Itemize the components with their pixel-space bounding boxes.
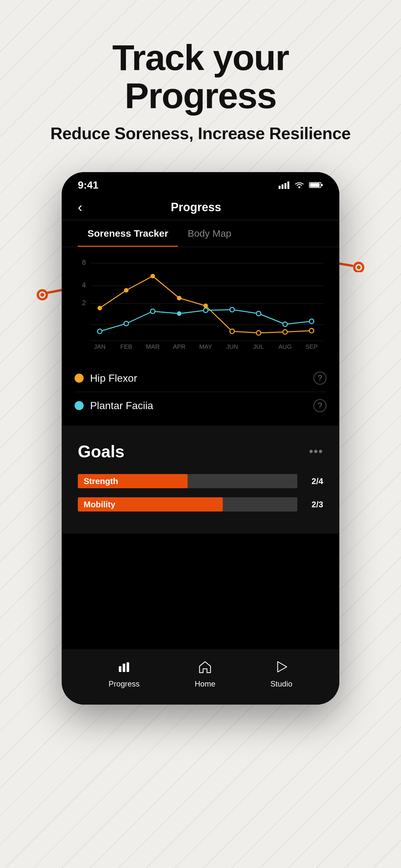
hip-flexor-dot-may <box>204 304 208 308</box>
svg-point-1 <box>40 293 44 297</box>
svg-rect-12 <box>310 183 320 187</box>
svg-text:FEB: FEB <box>120 343 132 350</box>
mobility-bar-container: Mobility <box>78 497 297 512</box>
chart-area: 8 4 2 JAN FEB MAR APR MAY JUN JUL AUG SE… <box>62 247 339 361</box>
svg-text:2: 2 <box>82 299 86 307</box>
svg-text:MAR: MAR <box>146 343 159 350</box>
bottom-tab-home[interactable]: Home <box>195 660 215 688</box>
svg-text:JAN: JAN <box>94 343 105 350</box>
tab-body-map[interactable]: Body Map <box>178 220 241 247</box>
studio-tab-icon <box>274 660 289 676</box>
goals-title: Goals <box>78 442 125 461</box>
plantar-dot-may <box>204 308 208 313</box>
svg-text:4: 4 <box>82 281 86 289</box>
goals-more-button[interactable]: ••• <box>309 445 323 458</box>
hero-title: Track your Progress <box>112 39 289 115</box>
svg-point-10 <box>298 186 300 188</box>
strength-label: Strength <box>84 476 118 486</box>
goals-section: Goals ••• Strength 2/4 M <box>62 426 339 533</box>
strength-fraction: 2/4 <box>304 476 323 486</box>
status-time: 9:41 <box>78 179 98 191</box>
hip-flexor-dot-jun <box>230 329 235 334</box>
svg-text:8: 8 <box>82 258 86 267</box>
svg-rect-33 <box>127 662 129 672</box>
progress-chart: 8 4 2 JAN FEB MAR APR MAY JUN JUL AUG SE… <box>71 253 330 350</box>
progress-tab-label: Progress <box>109 679 140 688</box>
page-content: Track your Progress Reduce Soreness, Inc… <box>0 0 401 705</box>
home-tab-icon <box>198 660 212 676</box>
svg-text:MAY: MAY <box>199 343 212 350</box>
goal-row-strength: Strength 2/4 <box>78 474 323 488</box>
back-button[interactable]: ‹ <box>78 200 82 214</box>
hip-flexor-dot-aug <box>283 330 287 334</box>
hip-flexor-dot-jul <box>256 331 261 335</box>
svg-text:SEP: SEP <box>305 343 318 350</box>
home-tab-label: Home <box>195 679 215 688</box>
plantar-dot-apr <box>177 311 181 316</box>
plantar-dot-sep <box>309 319 314 323</box>
legend-item-hip-flexor: Hip Flexor ? <box>74 365 327 392</box>
plantar-dot-jul <box>256 311 261 316</box>
tab-soreness-tracker[interactable]: Soreness Tracker <box>78 220 178 247</box>
tabs-row: Soreness Tracker Body Map <box>62 220 339 247</box>
status-icons-group <box>279 181 323 189</box>
progress-tab-icon <box>117 660 131 676</box>
svg-rect-9 <box>287 182 289 189</box>
mobility-label: Mobility <box>84 500 115 509</box>
svg-marker-34 <box>278 662 287 672</box>
bottom-tab-studio[interactable]: Studio <box>271 660 292 688</box>
svg-rect-7 <box>281 184 283 189</box>
nav-bar: ‹ Progress <box>62 195 339 220</box>
svg-rect-32 <box>123 663 125 672</box>
svg-rect-13 <box>321 184 323 186</box>
hip-flexor-dot-apr <box>177 296 181 300</box>
wifi-icon <box>294 181 305 189</box>
goals-header: Goals ••• <box>78 442 323 461</box>
hip-flexor-legend-dot <box>74 374 84 383</box>
plantar-help-button[interactable]: ? <box>313 399 327 412</box>
battery-icon <box>309 181 323 189</box>
legend-item-plantar: Plantar Faciia ? <box>74 392 327 419</box>
legend-area: Hip Flexor ? Plantar Faciia ? <box>62 361 339 426</box>
status-bar: 9:41 <box>62 172 339 195</box>
svg-text:JUN: JUN <box>226 343 238 350</box>
phone-wrapper: 9:41 <box>62 172 339 705</box>
hip-flexor-dot-mar <box>150 274 155 278</box>
phone-mockup: 9:41 <box>62 172 339 705</box>
plantar-legend-dot <box>74 401 84 410</box>
hip-flexor-dot-sep <box>309 329 314 333</box>
svg-text:AUG: AUG <box>278 343 291 350</box>
dark-filler <box>62 533 339 650</box>
studio-tab-label: Studio <box>271 679 292 688</box>
svg-text:APR: APR <box>173 343 185 350</box>
svg-text:JUL: JUL <box>253 343 264 350</box>
mobility-fraction: 2/3 <box>304 500 323 509</box>
svg-point-5 <box>357 266 361 269</box>
hip-flexor-dot-feb <box>124 288 128 292</box>
bottom-tab-progress[interactable]: Progress <box>109 660 140 688</box>
plantar-dot-feb <box>124 321 128 326</box>
plantar-dot-aug <box>283 322 287 327</box>
signal-icon <box>279 181 289 189</box>
svg-rect-8 <box>284 183 286 189</box>
plantar-dot-jun <box>230 307 235 312</box>
plantar-dot-jan <box>97 329 102 334</box>
hip-flexor-help-button[interactable]: ? <box>313 372 327 384</box>
strength-bar-container: Strength <box>78 474 297 488</box>
goal-row-mobility: Mobility 2/3 <box>78 497 323 512</box>
hero-subtitle: Reduce Soreness, Increase Resilience <box>50 124 351 143</box>
svg-rect-6 <box>279 186 281 189</box>
bottom-tab-bar: Progress Home St <box>62 650 339 705</box>
mobility-bar-fill: Mobility <box>78 497 223 512</box>
svg-rect-31 <box>119 666 121 672</box>
nav-title: Progress <box>82 200 310 214</box>
plantar-dot-mar <box>150 309 155 314</box>
hip-flexor-dot-jan <box>97 306 102 310</box>
hip-flexor-legend-label: Hip Flexor <box>90 372 137 384</box>
strength-bar-fill: Strength <box>78 474 188 488</box>
plantar-legend-label: Plantar Faciia <box>90 400 153 412</box>
